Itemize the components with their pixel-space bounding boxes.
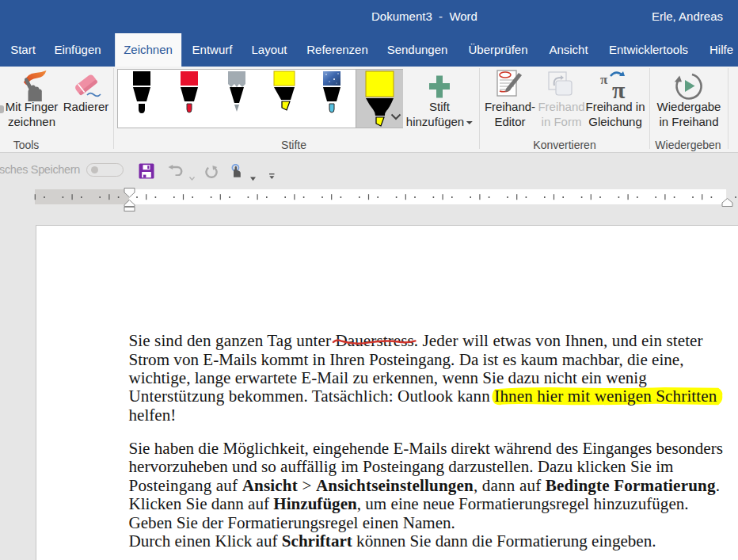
- text-line[interactable]: Durch einen Klick auf Schriftart können …: [129, 532, 735, 550]
- svg-text:π: π: [612, 77, 626, 101]
- autosave-label: sches Speichern: [0, 163, 80, 176]
- button-label: Freihand: [538, 100, 584, 113]
- qat-overflow-icon: [269, 173, 275, 180]
- tab-zeichnen[interactable]: Zeichnen: [115, 33, 181, 67]
- quick-access-toolbar: sches Speichern: [0, 153, 738, 187]
- add-pen-button[interactable]: Stift hinzufügen: [406, 67, 473, 150]
- pen-icon: [165, 70, 213, 128]
- button-label: Editor: [494, 115, 525, 128]
- text-line[interactable]: Klicken Sie dann auf Hinzufügen, um eine…: [129, 495, 735, 513]
- text-line[interactable]: Geben Sie der Formatierungsregel einen N…: [129, 514, 735, 532]
- tab-ueberpruefen[interactable]: Überprüfen: [459, 33, 536, 67]
- tab-referenzen[interactable]: Referenzen: [298, 33, 377, 67]
- eraser-button[interactable]: Radierer: [63, 67, 108, 150]
- title-bar: Dokument3 - Word Erle, Andreas: [0, 0, 738, 33]
- button-label: Wiedergabe: [657, 100, 721, 113]
- ruler-graphic: [0, 187, 738, 212]
- text-line[interactable]: Sie haben die Möglichkeit, eingehende E-…: [129, 440, 735, 458]
- qat-overflow-button[interactable]: [269, 169, 275, 183]
- button-label: in Form: [542, 115, 582, 128]
- redo-icon: [205, 166, 219, 178]
- autosave-toggle[interactable]: [86, 163, 124, 177]
- touch-draw-dropdown[interactable]: [250, 170, 256, 185]
- button-label: in Freihand: [659, 115, 718, 128]
- tab-entwurf[interactable]: Entwurf: [184, 33, 242, 67]
- text-line[interactable]: hervorzuheben und so auffällig im Postei…: [129, 458, 735, 476]
- pen-galaxy[interactable]: [308, 70, 356, 128]
- tab-ansicht[interactable]: Ansicht: [540, 33, 596, 67]
- text-line[interactable]: Posteingang auf Ansicht > Ansichtseinste…: [129, 477, 735, 495]
- dropdown-arrow-icon: [466, 121, 473, 124]
- tab-sendungen[interactable]: Sendungen: [379, 33, 457, 67]
- save-icon: [139, 163, 154, 179]
- user-name: Erle, Andreas: [652, 0, 723, 33]
- text-line[interactable]: Strom von E-Mails kommt in Ihren Postein…: [129, 351, 735, 369]
- group-separator: [649, 68, 650, 149]
- group-label-stifte: Stifte: [281, 139, 306, 151]
- undo-button[interactable]: [168, 165, 184, 179]
- touch-draw-icon: [230, 164, 242, 177]
- toggle-knob: [91, 166, 98, 173]
- button-label: Stift: [429, 100, 450, 113]
- group-label-wiedergeben: Wiedergeben: [655, 139, 721, 151]
- paragraph-2[interactable]: Sie haben die Möglichkeit, eingehende E-…: [129, 440, 735, 550]
- pens-gallery: [117, 69, 403, 128]
- group-label-tools: Tools: [13, 139, 40, 151]
- button-label: zeichnen: [8, 115, 55, 128]
- pen-gallery-dropdown-icon[interactable]: [390, 113, 401, 120]
- ribbon: Mit Finger zeichnen Radierer Tools: [0, 67, 738, 153]
- struck-text: Dauerstress: [335, 331, 413, 350]
- svg-text:π: π: [600, 72, 608, 87]
- tab-layout[interactable]: Layout: [242, 33, 295, 67]
- document-title: Dokument3 - Word: [371, 0, 477, 33]
- pen-black[interactable]: [118, 70, 165, 128]
- text-line[interactable]: Unterstützung bekommen. Tatsächlich: Out…: [129, 387, 735, 406]
- dropdown-arrow-icon: [250, 177, 256, 181]
- button-label: Radierer: [63, 100, 109, 113]
- pen-selected-yellow-highlighter[interactable]: [356, 70, 403, 128]
- highlighted-text: Ihnen hier mit wenigen Schritten: [494, 387, 717, 406]
- save-button[interactable]: [139, 163, 154, 182]
- undo-icon: [168, 165, 184, 176]
- button-label: Freihand-: [485, 100, 535, 113]
- group-separator: [728, 68, 728, 149]
- add-pen-plus-icon: [429, 75, 451, 101]
- button-label: Freihand in: [585, 100, 645, 113]
- pen-icon: [213, 70, 261, 128]
- freihand-editor-button[interactable]: Freihand- Editor: [481, 67, 539, 150]
- pen-red[interactable]: [165, 70, 213, 128]
- text-line[interactable]: Sie sind den ganzen Tag unter Dauerstres…: [129, 332, 735, 350]
- pen-icon: [308, 70, 356, 128]
- pen-pencil[interactable]: [213, 70, 261, 128]
- tab-start[interactable]: Start: [2, 33, 44, 67]
- button-label: hinzufügen: [406, 115, 473, 128]
- pen-icon: [118, 70, 165, 128]
- word-window: Dokument3 - Word Erle, Andreas Start Ein…: [0, 0, 738, 560]
- redo-button[interactable]: [205, 166, 219, 181]
- button-label: Gleichung: [588, 115, 642, 128]
- tab-entwicklertools[interactable]: Entwicklertools: [600, 33, 697, 67]
- tab-hilfe[interactable]: Hilfe: [701, 33, 738, 67]
- group-label-konvertieren: Konvertieren: [533, 139, 595, 151]
- pen-yellow-highlighter[interactable]: [261, 70, 308, 128]
- tab-einfuegen[interactable]: Einfügen: [45, 33, 109, 67]
- undo-dropdown[interactable]: [189, 170, 195, 184]
- group-separator: [479, 68, 480, 149]
- group-separator: [113, 68, 114, 149]
- ribbon-tab-bar: Start Einfügen Zeichnen Entwurf Layout R…: [0, 33, 738, 67]
- chevron-down-icon: [189, 177, 195, 181]
- horizontal-ruler[interactable]: [0, 187, 738, 212]
- touch-draw-button[interactable]: [230, 164, 242, 181]
- paragraph-1[interactable]: Sie sind den ganzen Tag unter Dauerstres…: [129, 332, 735, 425]
- button-label: Mit Finger: [6, 100, 59, 113]
- pen-icon: [261, 70, 308, 128]
- text-line[interactable]: helfen!: [129, 406, 735, 425]
